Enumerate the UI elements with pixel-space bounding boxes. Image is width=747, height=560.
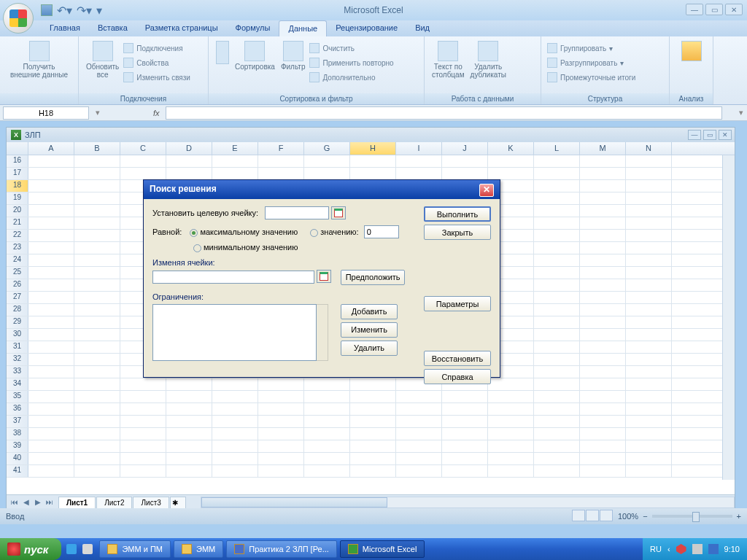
constraints-scrollbar[interactable] — [317, 304, 328, 361]
cell[interactable] — [534, 254, 580, 266]
filter-button[interactable]: Фильтр — [278, 39, 309, 83]
close-dialog-button[interactable]: Закрыть — [424, 225, 491, 240]
cell[interactable] — [580, 316, 626, 328]
wb-minimize-button[interactable]: ― — [688, 130, 701, 140]
cell[interactable] — [626, 329, 672, 341]
row-header[interactable]: 36 — [7, 403, 28, 415]
cell[interactable] — [28, 304, 74, 316]
cell[interactable] — [212, 453, 258, 464]
cell[interactable] — [534, 453, 580, 464]
cell[interactable] — [120, 155, 166, 167]
cell[interactable] — [396, 428, 442, 440]
cell[interactable] — [626, 192, 672, 204]
cell[interactable] — [442, 416, 488, 427]
cell[interactable] — [212, 168, 258, 179]
cell[interactable] — [534, 341, 580, 353]
cell[interactable] — [28, 329, 74, 341]
cell[interactable] — [74, 341, 120, 353]
cell[interactable] — [28, 192, 74, 204]
row-header[interactable]: 33 — [7, 366, 28, 378]
cell[interactable] — [166, 391, 212, 402]
value-input[interactable] — [364, 225, 399, 238]
cell[interactable] — [74, 192, 120, 204]
cell[interactable] — [580, 341, 626, 353]
target-cell-input[interactable] — [265, 206, 329, 219]
properties-button[interactable]: Свойства — [122, 57, 192, 69]
taskbar-item[interactable]: Практика 2 ЗЛП [Ре... — [226, 540, 337, 558]
dialog-titlebar[interactable]: Поиск решения ✕ — [144, 180, 500, 199]
cell[interactable] — [580, 267, 626, 279]
cell[interactable] — [626, 465, 672, 477]
wb-close-button[interactable]: ✕ — [719, 130, 732, 140]
cell[interactable] — [166, 416, 212, 427]
cell[interactable] — [580, 254, 626, 266]
cell[interactable] — [396, 453, 442, 464]
advanced-filter-button[interactable]: Дополнительно — [308, 71, 395, 83]
column-header[interactable]: N — [626, 142, 672, 155]
zoom-out-icon[interactable]: − — [643, 512, 647, 521]
column-header[interactable]: H — [350, 142, 396, 155]
clear-filter-button[interactable]: Очистить — [308, 42, 395, 54]
cell[interactable] — [396, 168, 442, 179]
cell[interactable] — [212, 155, 258, 167]
office-button[interactable] — [3, 3, 34, 34]
row-header[interactable]: 31 — [7, 341, 28, 353]
sheet-prev-icon[interactable]: ◀ — [21, 498, 31, 506]
start-button[interactable]: пуск — [0, 538, 61, 560]
cell[interactable] — [580, 428, 626, 440]
params-button[interactable]: Параметры — [424, 296, 491, 311]
cell[interactable] — [120, 378, 166, 390]
cell[interactable] — [534, 279, 580, 291]
clock[interactable]: 9:10 — [724, 545, 740, 553]
cell[interactable] — [534, 242, 580, 254]
cell[interactable] — [28, 366, 74, 378]
radio-max[interactable] — [190, 229, 198, 237]
cell[interactable] — [304, 428, 350, 440]
cell[interactable] — [28, 391, 74, 402]
cell[interactable] — [626, 304, 672, 316]
changing-ref-button[interactable] — [317, 270, 331, 283]
cell[interactable] — [212, 440, 258, 452]
cell[interactable] — [534, 465, 580, 477]
cell[interactable] — [350, 155, 396, 167]
cell[interactable] — [626, 168, 672, 179]
sheet-last-icon[interactable]: ⏭ — [44, 498, 55, 506]
row-header[interactable]: 41 — [7, 465, 28, 477]
cell[interactable] — [120, 465, 166, 477]
sheet-next-icon[interactable]: ▶ — [33, 498, 43, 506]
cell[interactable] — [626, 416, 672, 427]
row-header[interactable]: 39 — [7, 440, 28, 452]
cell[interactable] — [534, 403, 580, 415]
row-header[interactable]: 32 — [7, 354, 28, 365]
cell[interactable] — [534, 329, 580, 341]
cell[interactable] — [396, 416, 442, 427]
cell[interactable] — [442, 403, 488, 415]
cell[interactable] — [28, 354, 74, 365]
cell[interactable] — [580, 354, 626, 365]
ungroup-button[interactable]: Разгруппировать ▾ — [546, 57, 665, 69]
cell[interactable] — [120, 403, 166, 415]
cell[interactable] — [28, 378, 74, 390]
cell[interactable] — [488, 440, 534, 452]
target-ref-button[interactable] — [331, 206, 346, 219]
cell[interactable] — [74, 267, 120, 279]
cell[interactable] — [626, 391, 672, 402]
cell[interactable] — [212, 416, 258, 427]
view-buttons[interactable] — [572, 510, 614, 523]
cell[interactable] — [304, 391, 350, 402]
row-header[interactable]: 22 — [7, 230, 28, 241]
row-header[interactable]: 21 — [7, 217, 28, 229]
cell[interactable] — [626, 440, 672, 452]
cell[interactable] — [534, 416, 580, 427]
fx-icon[interactable]: fx — [147, 109, 166, 117]
cell[interactable] — [212, 428, 258, 440]
cell[interactable] — [258, 391, 304, 402]
cell[interactable] — [580, 230, 626, 241]
cell[interactable] — [580, 366, 626, 378]
row-header[interactable]: 27 — [7, 292, 28, 303]
cell[interactable] — [28, 267, 74, 279]
text-to-columns-button[interactable]: Текст по столбцам — [429, 39, 468, 80]
cell[interactable] — [28, 316, 74, 328]
cell[interactable] — [304, 168, 350, 179]
cell[interactable] — [28, 205, 74, 217]
